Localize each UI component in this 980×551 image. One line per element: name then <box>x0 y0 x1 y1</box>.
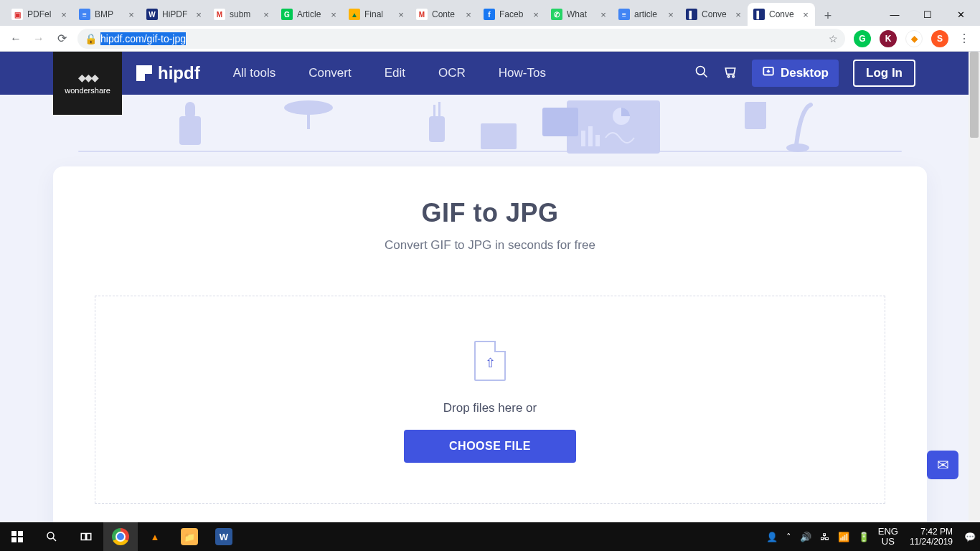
bookmark-star-icon[interactable]: ☆ <box>829 33 838 44</box>
dropzone[interactable]: ⇧ Drop files here or CHOOSE FILE <box>95 296 885 504</box>
tab-3[interactable]: Msubm× <box>208 3 275 26</box>
tab-title: Final <box>364 9 395 19</box>
forward-button: → <box>29 29 49 49</box>
login-button[interactable]: Log In <box>853 60 915 87</box>
favicon: ▌ <box>686 9 697 20</box>
tray-wifi-icon[interactable]: 📶 <box>834 522 854 551</box>
wondershare-badge[interactable]: ◆◆◆ wondershare <box>53 52 122 115</box>
svg-point-0 <box>696 66 705 75</box>
svg-rect-8 <box>307 108 310 129</box>
close-icon[interactable]: × <box>261 9 271 19</box>
close-icon[interactable]: × <box>531 9 541 19</box>
back-button[interactable]: ← <box>6 29 26 49</box>
nav-convert[interactable]: Convert <box>308 66 352 80</box>
close-icon[interactable]: × <box>329 9 339 19</box>
extension-grammarly[interactable]: G <box>854 30 871 47</box>
close-icon[interactable]: × <box>733 9 743 19</box>
tray-clock[interactable]: 7:42 PM 11/24/2019 <box>903 522 960 551</box>
extension-profile[interactable]: S <box>931 30 948 47</box>
chrome-menu-button[interactable]: ⋮ <box>954 29 974 49</box>
nav-edit[interactable]: Edit <box>385 66 405 80</box>
close-icon[interactable]: × <box>396 9 406 19</box>
tab-title: Article <box>297 9 327 19</box>
tray-time: 7:42 PM <box>910 527 953 537</box>
tray-chevron-up-icon[interactable]: ˄ <box>782 522 796 551</box>
vertical-scrollbar[interactable] <box>969 52 980 522</box>
nav-how-tos[interactable]: How-Tos <box>499 66 546 80</box>
close-icon[interactable]: × <box>194 9 204 19</box>
main-card: GIF to JPG Convert GIF to JPG in seconds… <box>53 166 927 522</box>
tray-notifications-icon[interactable]: 💬 <box>960 522 980 551</box>
tab-title: article <box>634 9 664 19</box>
tab-6[interactable]: MConte× <box>410 3 478 26</box>
tab-strip: ▣PDFel× ≡BMP× WHiPDF× Msubm× GArticle× ▲… <box>0 0 980 26</box>
svg-line-30 <box>53 538 57 542</box>
tab-title: Faceb <box>499 9 529 19</box>
tray-battery-icon[interactable]: 🔋 <box>854 522 874 551</box>
nav-all-tools[interactable]: All tools <box>233 66 276 80</box>
search-button[interactable] <box>34 522 69 551</box>
svg-rect-5 <box>179 116 201 145</box>
page-subtitle: Convert GIF to JPG in seconds for free <box>53 238 927 253</box>
tab-11-active[interactable]: ▌Conve× <box>748 3 815 26</box>
tray-lang-1: ENG <box>878 527 898 537</box>
taskbar-app-explorer[interactable]: 📁 <box>172 522 207 551</box>
tray-network-icon[interactable]: 🖧 <box>816 522 834 551</box>
tab-9[interactable]: ≡article× <box>613 3 680 26</box>
tray-volume-icon[interactable]: 🔊 <box>796 522 816 551</box>
start-button[interactable] <box>0 522 34 551</box>
close-icon[interactable]: × <box>59 9 69 19</box>
close-icon[interactable]: × <box>126 9 136 19</box>
feedback-button[interactable]: ✉ <box>927 451 958 479</box>
minimize-button[interactable]: — <box>878 3 911 26</box>
taskbar-app-chrome[interactable] <box>103 522 138 551</box>
svg-rect-9 <box>429 116 445 142</box>
cart-icon[interactable] <box>723 65 738 83</box>
decorative-strip <box>0 95 980 161</box>
close-icon[interactable]: × <box>598 9 608 19</box>
tray-people-icon[interactable]: 👤 <box>762 522 782 551</box>
svg-rect-10 <box>433 105 435 119</box>
tab-5[interactable]: ▲Final× <box>343 3 410 26</box>
address-bar[interactable]: 🔒 hipdf.com/gif-to-jpg ☆ <box>77 29 845 49</box>
svg-rect-21 <box>595 135 600 146</box>
system-tray: 👤 ˄ 🔊 🖧 📶 🔋 ENG US 7:42 PM 11/24/2019 💬 <box>762 522 980 551</box>
close-icon[interactable]: × <box>666 9 676 19</box>
taskbar-app-word[interactable]: W <box>207 522 241 551</box>
choose-file-button[interactable]: CHOOSE FILE <box>404 430 576 463</box>
extension-diamond[interactable]: ◆ <box>905 30 923 47</box>
svg-rect-27 <box>11 537 17 542</box>
close-icon[interactable]: × <box>463 9 473 19</box>
extension-k[interactable]: K <box>880 30 897 47</box>
toolbar: ← → ⟳ 🔒 hipdf.com/gif-to-jpg ☆ G K ◆ S ⋮ <box>0 26 980 52</box>
tab-4[interactable]: GArticle× <box>275 3 343 26</box>
nav-ocr[interactable]: OCR <box>438 66 466 80</box>
window-controls: — ☐ ✕ <box>878 3 977 26</box>
svg-line-1 <box>703 73 707 77</box>
task-view-button[interactable] <box>69 522 103 551</box>
tab-0[interactable]: ▣PDFel× <box>6 3 73 26</box>
maximize-button[interactable]: ☐ <box>911 3 944 26</box>
close-window-button[interactable]: ✕ <box>944 3 977 26</box>
favicon: ≡ <box>79 9 90 20</box>
svg-rect-31 <box>81 534 85 540</box>
tray-language[interactable]: ENG US <box>874 522 903 551</box>
svg-rect-26 <box>18 531 23 536</box>
scrollbar-thumb[interactable] <box>970 52 979 138</box>
hipdf-logo-icon <box>136 65 152 81</box>
tab-10[interactable]: ▌Conve× <box>680 3 748 26</box>
tab-2[interactable]: WHiPDF× <box>141 3 208 26</box>
brand-logo[interactable]: hipdf <box>136 63 200 83</box>
svg-rect-19 <box>581 131 585 146</box>
tab-7[interactable]: fFaceb× <box>478 3 545 26</box>
tab-1[interactable]: ≡BMP× <box>73 3 141 26</box>
new-tab-button[interactable]: + <box>818 6 838 26</box>
close-icon[interactable]: × <box>801 9 811 19</box>
tab-8[interactable]: ✆What× <box>545 3 613 26</box>
taskbar-app-vlc[interactable]: ▲ <box>138 522 172 551</box>
tab-title: subm <box>230 9 260 19</box>
reload-button[interactable]: ⟳ <box>52 29 72 49</box>
desktop-button[interactable]: Desktop <box>752 60 839 87</box>
main-nav: All tools Convert Edit OCR How-Tos <box>233 66 546 80</box>
search-icon[interactable] <box>694 65 709 83</box>
